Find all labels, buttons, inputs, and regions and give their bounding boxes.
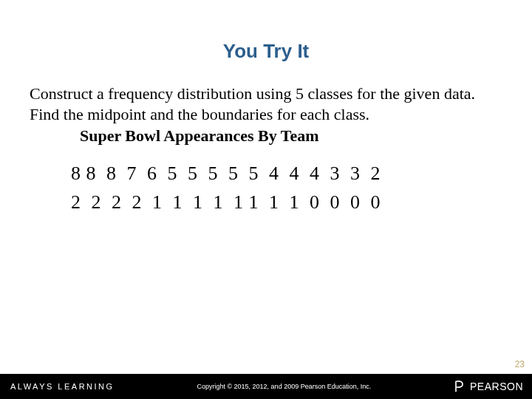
data-row-2: 2 2 2 2 1 1 1 1 1 1 1 1 0 0 0 0 (71, 188, 532, 216)
footer-logo: PEARSON (454, 380, 532, 393)
footer-copyright: Copyright © 2015, 2012, and 2009 Pearson… (115, 383, 454, 390)
pearson-brand-text: PEARSON (470, 381, 523, 392)
slide: You Try It Construct a frequency distrib… (0, 0, 532, 399)
pearson-icon (454, 380, 467, 393)
data-values: 8 8 8 7 6 5 5 5 5 5 4 4 4 3 3 2 2 2 2 2 … (0, 146, 532, 216)
slide-title: You Try It (0, 0, 532, 83)
page-number: 23 (515, 359, 525, 369)
data-subtitle: Super Bowl Appearances By Team (0, 125, 532, 146)
data-row-1: 8 8 8 7 6 5 5 5 5 5 4 4 4 3 3 2 (71, 159, 532, 188)
footer-tagline: ALWAYS LEARNING (0, 382, 115, 391)
footer-bar: ALWAYS LEARNING Copyright © 2015, 2012, … (0, 374, 532, 399)
instructions-text: Construct a frequency distribution using… (0, 83, 532, 125)
